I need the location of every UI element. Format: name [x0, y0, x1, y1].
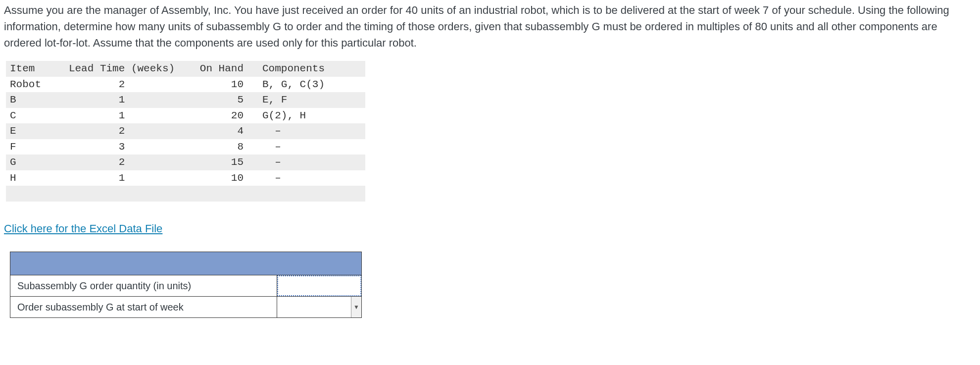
table-row: Robot 2 10 B, G, C(3) — [6, 77, 365, 93]
answer-table: Subassembly G order quantity (in units) … — [10, 252, 362, 318]
cell-comp: – — [258, 170, 365, 186]
th-leadtime: Lead Time (weeks) — [63, 61, 180, 77]
question-text: Assume you are the manager of Assembly, … — [4, 2, 976, 51]
answer-row: Order subassembly G at start of week ▼ — [10, 296, 362, 317]
cell-item: E — [6, 123, 63, 139]
cell-comp: G(2), H — [258, 108, 365, 124]
th-onhand: On Hand — [180, 61, 258, 77]
table-header-row: Item Lead Time (weeks) On Hand Component… — [6, 61, 365, 77]
cell-comp: E, F — [258, 92, 365, 108]
cell-item: H — [6, 170, 63, 186]
cell-oh: 8 — [180, 139, 258, 155]
table-row: F 3 8 – — [6, 139, 365, 155]
cell-comp: B, G, C(3) — [258, 77, 365, 93]
cell-lt: 2 — [63, 123, 180, 139]
cell-comp: – — [258, 139, 365, 155]
cell-item: B — [6, 92, 63, 108]
cell-oh: 5 — [180, 92, 258, 108]
table-row: H 1 10 – — [6, 170, 365, 186]
table-row: G 2 15 – — [6, 155, 365, 170]
bom-table: Item Lead Time (weeks) On Hand Component… — [6, 61, 365, 202]
answer-header-row — [10, 252, 362, 275]
th-components: Components — [258, 61, 365, 77]
quantity-input[interactable] — [277, 275, 361, 296]
table-row: B 1 5 E, F — [6, 92, 365, 108]
cell-lt: 1 — [63, 92, 180, 108]
chevron-down-icon: ▼ — [351, 297, 361, 317]
cell-item: F — [6, 139, 63, 155]
answer-input-week-cell: ▼ — [277, 296, 362, 317]
cell-oh: 10 — [180, 77, 258, 93]
answer-row: Subassembly G order quantity (in units) — [10, 275, 362, 296]
table-row — [6, 186, 365, 202]
cell-item: Robot — [6, 77, 63, 93]
cell-lt: 1 — [63, 108, 180, 124]
table-row: E 2 4 – — [6, 123, 365, 139]
cell-lt: 1 — [63, 170, 180, 186]
cell-item — [6, 186, 63, 202]
cell-lt: 3 — [63, 139, 180, 155]
cell-oh: 20 — [180, 108, 258, 124]
cell-lt: 2 — [63, 155, 180, 170]
cell-oh — [180, 186, 258, 202]
cell-lt: 2 — [63, 77, 180, 93]
cell-oh: 4 — [180, 123, 258, 139]
answer-input-quantity-cell — [277, 275, 362, 296]
cell-item: G — [6, 155, 63, 170]
excel-data-file-link[interactable]: Click here for the Excel Data File — [4, 220, 162, 237]
cell-oh: 15 — [180, 155, 258, 170]
th-item: Item — [6, 61, 63, 77]
cell-comp — [258, 186, 365, 202]
cell-comp: – — [258, 123, 365, 139]
cell-oh: 10 — [180, 170, 258, 186]
cell-item: C — [6, 108, 63, 124]
answer-header — [10, 252, 362, 275]
week-dropdown[interactable]: ▼ — [277, 297, 361, 317]
answer-label-quantity: Subassembly G order quantity (in units) — [10, 275, 277, 296]
cell-lt — [63, 186, 180, 202]
table-row: C 1 20 G(2), H — [6, 108, 365, 124]
cell-comp: – — [258, 155, 365, 170]
answer-label-week: Order subassembly G at start of week — [10, 296, 277, 317]
